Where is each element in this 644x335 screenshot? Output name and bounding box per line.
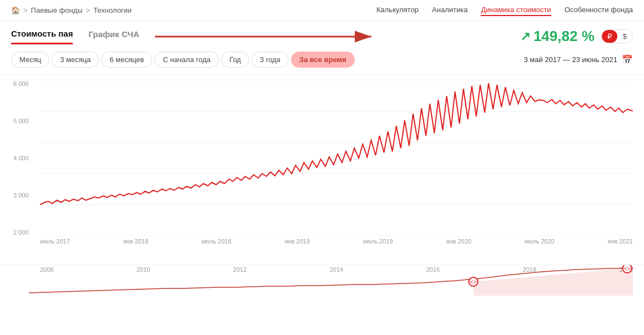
main-nav: Калькулятор Аналитика Динамика стоимости… (376, 4, 633, 16)
calendar-icon[interactable]: 📅 (622, 54, 633, 65)
y-label-2000: 2 000 (13, 229, 38, 236)
breadcrumb-separator2: > (86, 6, 90, 14)
home-icon[interactable]: 🏠 (11, 6, 20, 14)
y-axis: 6 000 5 000 4 000 3 000 2 000 (11, 80, 40, 236)
x-label-jan20: янв 2020 (446, 238, 471, 245)
nav-calculator[interactable]: Калькулятор (376, 4, 419, 16)
mini-chart-svg: <> <> (29, 265, 633, 296)
x-label-jul18: июль 2018 (202, 238, 232, 245)
trend-up-icon: ↗ (520, 29, 530, 44)
arrow-annotation (155, 28, 377, 45)
x-label-jul20: июль 2020 (525, 238, 555, 245)
y-label-6000: 6 000 (13, 80, 38, 87)
mini-chart-inner: <> <> (29, 265, 633, 298)
tab-nav-chart[interactable]: График СЧА (88, 29, 139, 43)
currency-switcher: ₽ $ (601, 29, 633, 43)
nav-dynamics[interactable]: Динамика стоимости (481, 4, 551, 16)
main-chart-svg (40, 80, 633, 236)
tab-row: Стоимость пая График СЧА ↗ 149,82 % ₽ $ (0, 21, 644, 45)
y-label-3000: 3 000 (13, 192, 38, 199)
breadcrumb-separator: > (23, 6, 28, 14)
nav-analytics[interactable]: Аналитика (432, 4, 467, 16)
date-range: 3 май 2017 — 23 июнь 2021 📅 (524, 54, 633, 65)
breadcrumb-item-tech[interactable]: Технологии (93, 6, 132, 14)
mini-chart-container: <> <> 2008 2010 2012 2014 2016 2018 2020 (0, 265, 644, 298)
y-label-4000: 4 000 (13, 155, 38, 161)
period-ytd[interactable]: С начала года (154, 52, 219, 68)
period-row: Месяц 3 месяца 6 месяцев С начала года Г… (0, 45, 644, 75)
breadcrumb: 🏠 > Паевые фонды > Технологии (11, 6, 132, 14)
tab-unit-cost[interactable]: Стоимость пая (11, 29, 73, 44)
chart-container: 6 000 5 000 4 000 3 000 2 000 (0, 75, 644, 263)
x-label-jan19: янв 2019 (285, 238, 310, 245)
date-range-text: 3 май 2017 — 23 июнь 2021 (524, 55, 617, 64)
return-badge: ↗ 149,82 % ₽ $ (520, 28, 633, 45)
main-chart: 6 000 5 000 4 000 3 000 2 000 (11, 80, 633, 236)
return-value: ↗ 149,82 % (520, 28, 595, 45)
period-year[interactable]: Год (221, 52, 249, 68)
return-percent: 149,82 % (534, 28, 595, 45)
y-label-5000: 5 000 (13, 118, 38, 124)
nav-features[interactable]: Особенности фонда (565, 4, 633, 16)
chart-svg-container (40, 80, 633, 236)
x-axis: июль 2017 янв 2018 июль 2018 янв 2019 ию… (11, 236, 633, 245)
breadcrumb-bar: 🏠 > Паевые фонды > Технологии Калькулято… (0, 0, 644, 21)
period-6months[interactable]: 6 месяцев (101, 52, 152, 68)
x-label-jan21: янв 2021 (608, 238, 633, 245)
svg-marker-8 (474, 268, 633, 296)
x-label-jan18: янв 2018 (123, 238, 148, 245)
period-3years[interactable]: 3 года (251, 52, 289, 68)
period-3months[interactable]: 3 месяца (52, 52, 99, 68)
x-label-jul19: июль 2019 (363, 238, 393, 245)
svg-text:<>: <> (624, 266, 631, 272)
x-label-jul17: июль 2017 (40, 238, 70, 245)
period-month[interactable]: Месяц (11, 52, 49, 68)
currency-rub[interactable]: ₽ (602, 30, 617, 43)
breadcrumb-item-funds[interactable]: Паевые фонды (31, 6, 83, 14)
period-alltime[interactable]: За все время (291, 52, 355, 68)
svg-text:<>: <> (470, 279, 477, 285)
currency-usd[interactable]: $ (617, 30, 632, 43)
